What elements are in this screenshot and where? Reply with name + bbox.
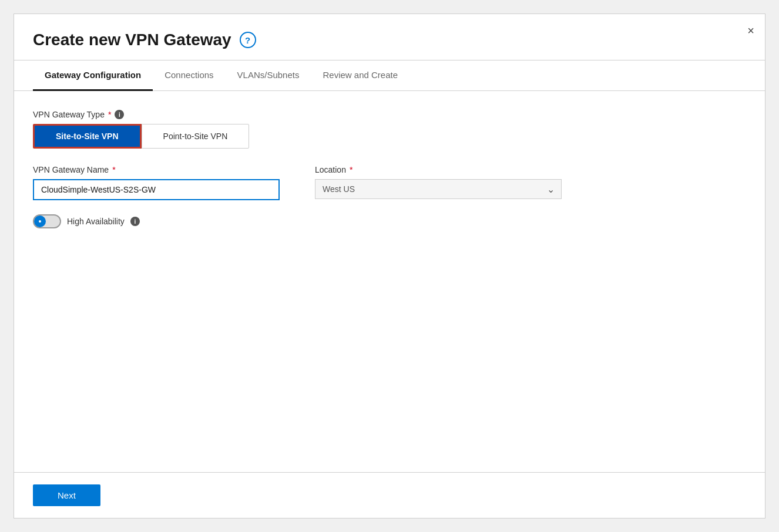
dialog-header: Create new VPN Gateway ? × bbox=[14, 14, 765, 49]
form-content: VPN Gateway Type * i Site-to-Site VPN Po… bbox=[14, 91, 765, 472]
gateway-name-label: VPN Gateway Name * bbox=[33, 165, 280, 174]
tab-review-and-create[interactable]: Review and Create bbox=[311, 60, 409, 91]
tab-gateway-configuration[interactable]: Gateway Configuration bbox=[33, 60, 153, 91]
name-location-row: VPN Gateway Name * Location * West US Ea… bbox=[33, 165, 746, 200]
dialog-footer: Next bbox=[14, 472, 765, 518]
gateway-name-input[interactable] bbox=[33, 179, 280, 200]
tab-vlans-subnets[interactable]: VLANs/Subnets bbox=[226, 60, 311, 91]
high-availability-info-icon[interactable]: i bbox=[130, 217, 140, 226]
close-button[interactable]: × bbox=[747, 25, 754, 36]
vpn-type-info-icon[interactable]: i bbox=[115, 110, 124, 119]
vpn-type-toggle-group: Site-to-Site VPN Point-to-Site VPN bbox=[33, 124, 746, 149]
high-availability-toggle[interactable] bbox=[33, 214, 61, 228]
site-to-site-button[interactable]: Site-to-Site VPN bbox=[33, 124, 142, 149]
toggle-knob bbox=[34, 216, 46, 227]
vpn-type-label: VPN Gateway Type * i bbox=[33, 110, 746, 119]
high-availability-row: High Availability i bbox=[33, 214, 746, 228]
next-button[interactable]: Next bbox=[33, 484, 100, 506]
dialog-title: Create new VPN Gateway bbox=[33, 31, 231, 49]
location-label: Location * bbox=[315, 165, 562, 174]
toggle-knob-inner bbox=[38, 219, 42, 224]
location-required: * bbox=[350, 165, 352, 174]
tab-connections[interactable]: Connections bbox=[153, 60, 225, 91]
location-select-wrapper: West US East US West Europe ⌄ bbox=[315, 179, 562, 199]
create-vpn-gateway-dialog: Create new VPN Gateway ? × Gateway Confi… bbox=[14, 14, 765, 518]
required-star: * bbox=[108, 110, 111, 119]
help-icon[interactable]: ? bbox=[240, 32, 256, 48]
point-to-site-button[interactable]: Point-to-Site VPN bbox=[142, 124, 250, 149]
gateway-name-col: VPN Gateway Name * bbox=[33, 165, 280, 200]
gateway-name-required: * bbox=[112, 165, 115, 174]
high-availability-label: High Availability bbox=[67, 217, 125, 226]
location-col: Location * West US East US West Europe ⌄ bbox=[315, 165, 562, 199]
tab-bar: Gateway Configuration Connections VLANs/… bbox=[14, 60, 765, 91]
location-select[interactable]: West US East US West Europe bbox=[315, 179, 562, 199]
